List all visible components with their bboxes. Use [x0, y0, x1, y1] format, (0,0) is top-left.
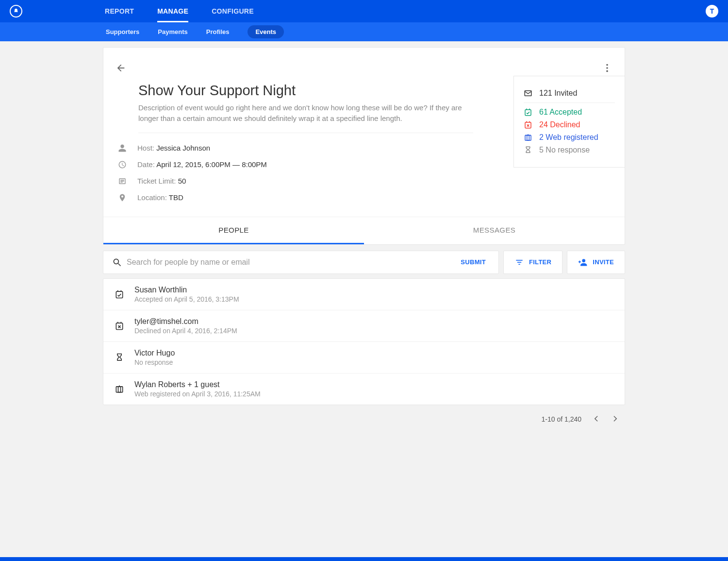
person-add-icon — [578, 257, 588, 267]
stat-accepted[interactable]: 61 Accepted — [524, 108, 615, 117]
pin-icon — [117, 193, 128, 202]
divider — [138, 133, 473, 133]
tabs: PEOPLE MESSAGES — [103, 217, 625, 244]
meta-location: Location: TBD — [117, 193, 611, 202]
calendar-check-icon — [524, 108, 532, 117]
hourglass-icon — [524, 146, 532, 154]
hourglass-icon — [114, 353, 125, 362]
person-status: Declined on April 4, 2016, 2:14PM — [134, 327, 237, 335]
date-value: April 12, 2015, 6:00PM — 8:00PM — [156, 160, 267, 169]
subnav-payments[interactable]: Payments — [158, 28, 187, 35]
stat-declined-text: 24 Declined — [539, 120, 580, 129]
mail-icon — [524, 89, 532, 98]
nav-manage[interactable]: MANAGE — [157, 0, 188, 22]
host-label: Host: — [137, 144, 156, 152]
top-header: REPORT MANAGE CONFIGURE T — [0, 0, 728, 22]
footer-bar — [0, 557, 728, 561]
filter-label: FILTER — [529, 258, 551, 266]
more-vert-icon — [602, 63, 612, 73]
stat-accepted-text: 61 Accepted — [539, 108, 582, 117]
sub-nav: Supporters Payments Profiles Events — [0, 22, 728, 41]
list-item[interactable]: Susan Worthlin Accepted on April 5, 2016… — [103, 279, 625, 310]
tab-people[interactable]: PEOPLE — [103, 217, 364, 244]
submit-button[interactable]: SUBMIT — [457, 258, 490, 266]
invite-label: INVITE — [593, 258, 614, 266]
actions-row: SUBMIT FILTER INVITE — [103, 251, 625, 274]
people-list: Susan Worthlin Accepted on April 5, 2016… — [103, 278, 625, 405]
chevron-right-icon — [611, 414, 620, 424]
date-label: Date: — [137, 160, 156, 169]
host-value: Jessica Johnson — [156, 144, 210, 152]
stat-web-registered[interactable]: 2 Web registered — [524, 133, 615, 142]
location-value: TBD — [169, 193, 183, 202]
subnav-supporters[interactable]: Supporters — [106, 28, 139, 35]
ticket-value: 50 — [178, 177, 186, 185]
search-input[interactable] — [127, 258, 457, 267]
prev-page-button[interactable] — [591, 414, 601, 425]
filter-icon — [514, 257, 524, 267]
meta-ticket-limit: Ticket Limit: 50 — [117, 177, 611, 186]
person-icon — [117, 144, 128, 153]
list-item[interactable]: tyler@timshel.com Declined on April 4, 2… — [103, 310, 625, 342]
person-name: Victor Hugo — [134, 349, 175, 357]
calendar-x-icon — [524, 120, 532, 129]
person-status: Accepted on April 5, 2016, 3:13PM — [134, 295, 239, 303]
subnav-events[interactable]: Events — [248, 25, 284, 38]
clock-icon — [117, 160, 128, 169]
main-nav: REPORT MANAGE CONFIGURE — [105, 0, 706, 22]
ticket-icon — [117, 177, 128, 186]
stat-webreg-text: 2 Web registered — [539, 133, 598, 142]
web-icon — [114, 384, 125, 394]
nav-report[interactable]: REPORT — [105, 0, 134, 22]
nav-configure[interactable]: CONFIGURE — [212, 0, 254, 22]
pagination-range: 1-10 of 1,240 — [541, 415, 581, 423]
calendar-x-icon — [114, 321, 125, 331]
more-menu-button[interactable] — [600, 61, 614, 75]
person-name: Susan Worthlin — [134, 286, 239, 294]
calendar-check-icon — [114, 289, 125, 299]
chevron-left-icon — [591, 414, 601, 424]
person-status: No response — [134, 358, 175, 366]
person-name: Wylan Roberts + 1 guest — [134, 380, 261, 389]
search-box: SUBMIT — [103, 251, 499, 274]
next-page-button[interactable] — [611, 414, 620, 425]
ticket-label: Ticket Limit: — [137, 177, 178, 185]
stat-no-response[interactable]: 5 No response — [524, 146, 615, 154]
stat-invited[interactable]: 121 Invited — [524, 89, 615, 98]
stats-panel: 121 Invited 61 Accepted 24 Declined 2 We… — [513, 76, 625, 168]
location-label: Location: — [137, 193, 169, 202]
person-status: Web registered on April 3, 2016, 11:25AM — [134, 390, 261, 398]
invite-button[interactable]: INVITE — [567, 251, 625, 274]
stat-noresp-text: 5 No response — [539, 146, 590, 154]
filter-button[interactable]: FILTER — [503, 251, 563, 274]
person-name: tyler@timshel.com — [134, 317, 237, 326]
avatar[interactable]: T — [706, 5, 718, 17]
back-button[interactable] — [114, 61, 128, 75]
tab-messages[interactable]: MESSAGES — [364, 217, 625, 244]
list-item[interactable]: Wylan Roberts + 1 guest Web registered o… — [103, 374, 625, 405]
app-logo[interactable] — [10, 5, 22, 17]
event-description: Description of event would go right here… — [138, 102, 473, 124]
list-item[interactable]: Victor Hugo No response — [103, 342, 625, 374]
divider — [524, 102, 615, 103]
stat-invited-text: 121 Invited — [539, 89, 577, 98]
arrow-back-icon — [116, 63, 126, 73]
search-icon — [112, 257, 122, 267]
subnav-profiles[interactable]: Profiles — [206, 28, 230, 35]
web-icon — [524, 133, 532, 142]
pagination: 1-10 of 1,240 — [103, 405, 625, 434]
event-card: Show Your Support Night Description of e… — [103, 47, 625, 245]
stat-declined[interactable]: 24 Declined — [524, 120, 615, 129]
